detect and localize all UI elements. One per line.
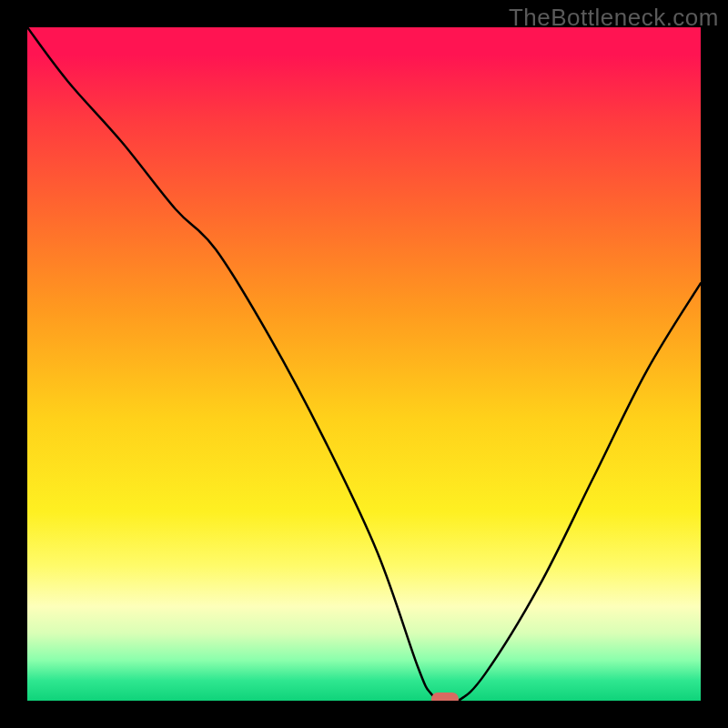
watermark-text: TheBottleneck.com — [509, 4, 719, 32]
chart-frame: TheBottleneck.com — [0, 0, 728, 728]
bottleneck-curve — [27, 27, 701, 701]
plot-area — [27, 27, 701, 701]
optimal-point-marker — [431, 693, 459, 701]
curve-path — [27, 27, 701, 701]
